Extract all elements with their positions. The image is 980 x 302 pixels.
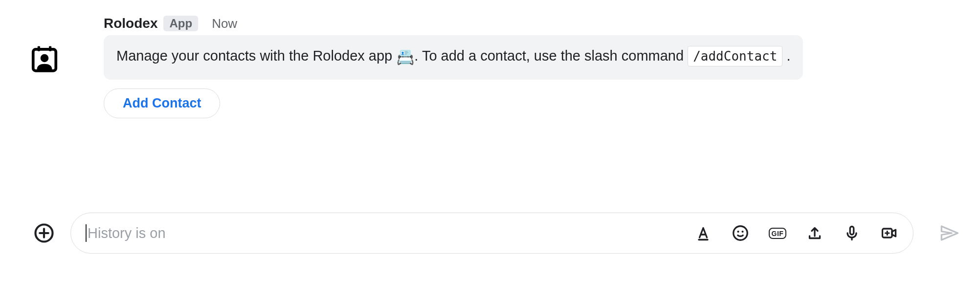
compose-box[interactable]: History is on GIF xyxy=(70,213,913,254)
app-avatar xyxy=(29,43,60,73)
message-timestamp: Now xyxy=(212,16,237,31)
voice-message-button[interactable] xyxy=(843,224,861,242)
compose-placeholder: History is on xyxy=(88,225,166,241)
message-bubble: Manage your contacts with the Rolodex ap… xyxy=(104,35,803,80)
upload-icon xyxy=(806,224,824,242)
text-caret xyxy=(86,224,87,242)
app-badge: App xyxy=(163,16,198,31)
emoji-button[interactable] xyxy=(731,224,750,242)
svg-point-10 xyxy=(741,231,743,233)
message-header: Rolodex App Now xyxy=(104,16,921,31)
svg-point-8 xyxy=(734,226,748,240)
gif-icon: GIF xyxy=(769,228,787,239)
send-icon xyxy=(939,223,959,243)
video-meeting-button[interactable] xyxy=(880,224,898,242)
sender-name: Rolodex xyxy=(104,16,157,31)
text-formatting-button[interactable] xyxy=(694,224,713,242)
slash-command-chip: /addContact xyxy=(688,46,782,66)
svg-rect-11 xyxy=(850,227,854,235)
upload-button[interactable] xyxy=(805,224,824,242)
message-text-suffix: . xyxy=(786,48,790,64)
video-plus-icon xyxy=(880,224,898,242)
send-button[interactable] xyxy=(937,221,961,245)
svg-point-3 xyxy=(41,54,49,63)
plus-circle-icon xyxy=(34,223,54,243)
svg-rect-1 xyxy=(38,46,40,51)
add-contact-button[interactable]: Add Contact xyxy=(104,88,220,118)
text-format-icon xyxy=(694,224,712,242)
emoji-icon xyxy=(732,224,749,242)
microphone-icon xyxy=(843,224,861,242)
svg-point-9 xyxy=(737,231,739,233)
svg-rect-2 xyxy=(49,46,51,51)
open-attachments-button[interactable] xyxy=(32,221,56,245)
gif-button[interactable]: GIF xyxy=(768,224,787,242)
message-text-prefix: Manage your contacts with the Rolodex ap… xyxy=(116,48,396,64)
compose-input[interactable]: History is on xyxy=(86,224,694,242)
card-index-emoji: 📇 xyxy=(396,49,414,65)
contact-card-icon xyxy=(29,43,60,73)
message-text-mid: . To add a contact, use the slash comman… xyxy=(414,48,688,64)
